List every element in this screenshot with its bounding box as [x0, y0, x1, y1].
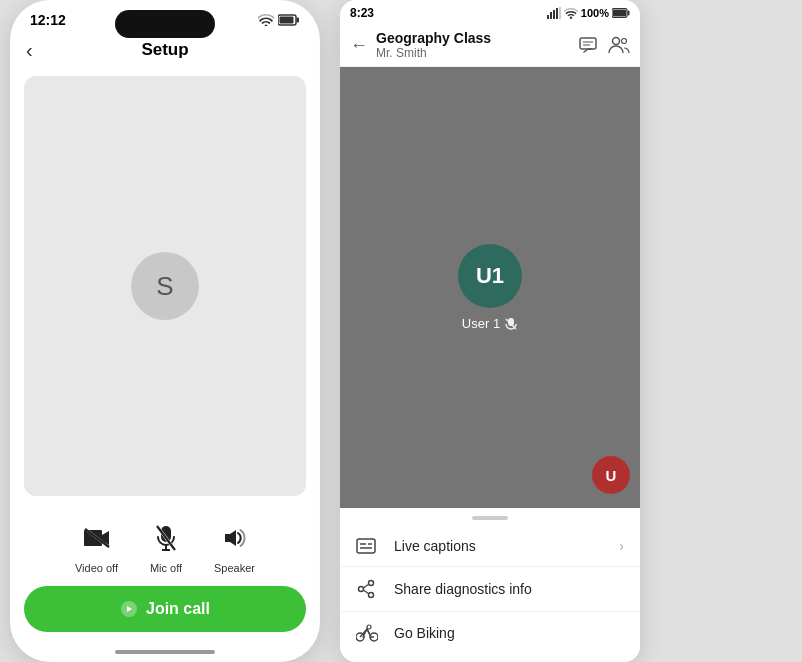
join-call-icon — [120, 600, 138, 618]
signal-icon — [547, 7, 561, 19]
call-title: Geography Class — [376, 30, 570, 46]
sheet-handle — [472, 516, 508, 520]
muted-icon — [504, 317, 518, 331]
chat-icon[interactable] — [578, 35, 598, 55]
share-icon — [356, 579, 380, 599]
svg-point-40 — [367, 625, 371, 629]
svg-rect-18 — [559, 7, 561, 19]
svg-rect-15 — [550, 12, 552, 19]
sheet-item-share-diagnostics[interactable]: Share diagnostics info — [340, 567, 640, 612]
bottom-sheet: Live captions › Share diagnostics info — [340, 508, 640, 662]
setup-title: Setup — [141, 40, 188, 60]
status-bar-left: 12:12 — [10, 0, 320, 32]
join-call-button[interactable]: Join call — [24, 586, 306, 632]
svg-rect-1 — [297, 18, 300, 23]
wifi-icon — [258, 14, 274, 26]
people-icon[interactable] — [608, 35, 630, 55]
time-left: 12:12 — [30, 12, 66, 28]
battery-text: 100% — [581, 7, 609, 19]
biking-label: Go Biking — [394, 625, 624, 641]
svg-rect-29 — [357, 539, 375, 553]
wifi-icon-right — [564, 8, 578, 19]
right-phone: 8:23 100% — [340, 0, 640, 662]
join-call-label: Join call — [146, 600, 210, 618]
user-avatar-left: S — [131, 252, 199, 320]
user-fab-button[interactable]: U — [592, 456, 630, 494]
time-right: 8:23 — [350, 6, 374, 20]
status-icons-left — [258, 14, 300, 26]
mic-off-control[interactable]: Mic off — [146, 518, 186, 574]
svg-point-33 — [369, 581, 374, 586]
bike-icon — [356, 624, 380, 642]
svg-rect-16 — [553, 10, 555, 19]
battery-icon — [278, 14, 300, 26]
captions-label: Live captions — [394, 538, 605, 554]
svg-point-25 — [613, 38, 620, 45]
svg-marker-11 — [230, 530, 236, 546]
svg-rect-14 — [547, 15, 549, 19]
svg-point-26 — [622, 39, 627, 44]
video-preview-area: S — [24, 76, 306, 496]
mic-off-icon — [146, 518, 186, 558]
speaker-label: Speaker — [214, 562, 255, 574]
left-phone: 12:12 ‹ Setup S — [10, 0, 320, 662]
video-area-right: U1 User 1 U — [340, 67, 640, 508]
left-header: ‹ Setup — [10, 32, 320, 68]
back-button-right[interactable]: ← — [350, 35, 368, 56]
svg-point-34 — [359, 587, 364, 592]
battery-icon-right — [612, 8, 630, 18]
captions-icon — [356, 538, 380, 554]
captions-chevron: › — [619, 538, 624, 554]
call-subtitle: Mr. Smith — [376, 46, 570, 60]
speaker-control[interactable]: Speaker — [214, 518, 255, 574]
status-icons-right: 100% — [547, 7, 630, 19]
sheet-item-live-captions[interactable]: Live captions › — [340, 526, 640, 567]
sheet-item-go-biking[interactable]: Go Biking — [340, 612, 640, 654]
call-controls-left: Video off Mic off — [10, 504, 320, 586]
call-header-icons — [578, 35, 630, 55]
back-button-left[interactable]: ‹ — [26, 39, 33, 62]
video-off-label: Video off — [75, 562, 118, 574]
svg-rect-17 — [556, 8, 558, 19]
svg-line-36 — [363, 584, 368, 588]
svg-rect-12 — [225, 534, 230, 542]
share-label: Share diagnostics info — [394, 581, 624, 597]
mic-off-label: Mic off — [150, 562, 182, 574]
speaker-icon — [215, 518, 255, 558]
call-header-right: ← Geography Class Mr. Smith — [340, 24, 640, 67]
svg-rect-20 — [628, 11, 630, 16]
svg-line-37 — [363, 590, 368, 594]
participant-avatar: U1 — [458, 244, 522, 308]
participant-label: User 1 — [462, 316, 518, 331]
svg-rect-21 — [613, 10, 626, 17]
svg-rect-2 — [280, 17, 294, 24]
video-off-icon — [77, 518, 117, 558]
status-bar-right: 8:23 100% — [340, 0, 640, 24]
svg-rect-22 — [580, 38, 596, 49]
svg-point-35 — [369, 593, 374, 598]
video-off-control[interactable]: Video off — [75, 518, 118, 574]
call-info: Geography Class Mr. Smith — [376, 30, 570, 60]
home-indicator-left — [115, 650, 215, 654]
